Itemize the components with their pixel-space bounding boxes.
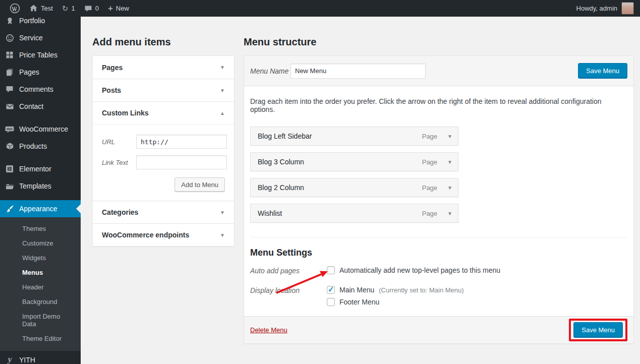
add-menu-items-title: Add menu items <box>92 36 235 48</box>
sidebar-item-label: Comments <box>19 85 53 93</box>
accordion-section-pages[interactable]: Pages ▼ <box>93 56 234 79</box>
sidebar-item-label: Price Tables <box>19 51 57 59</box>
submenu-item-themes[interactable]: Themes <box>0 221 81 236</box>
wordpress-admin-page: Test ↻ 1 0 + New Howdy, admin <box>0 0 640 364</box>
sidebar-item-pages[interactable]: Pages <box>0 64 81 81</box>
save-menu-button-bottom[interactable]: Save Menu <box>573 322 623 338</box>
pages-icon <box>5 68 15 76</box>
box-icon <box>5 142 15 151</box>
menu-item-blog-3-column[interactable]: Blog 3 Column Page ▼ <box>250 152 458 171</box>
menu-name-label: Menu Name <box>250 67 290 75</box>
chevron-down-icon: ▼ <box>220 88 225 93</box>
submenu-item-menus[interactable]: Menus <box>0 265 81 280</box>
add-menu-items-accordion: Pages ▼ Posts ▼ Custom Links ▲ <box>92 55 235 247</box>
footer-menu-checkbox[interactable] <box>327 298 335 306</box>
updates-menu-item[interactable]: ↻ 1 <box>57 0 80 17</box>
menu-structure-body: Drag each item into the order you prefer… <box>244 86 633 316</box>
sidebar-item-label: Contact <box>19 102 43 110</box>
active-item-notch <box>76 204 81 213</box>
home-icon <box>29 4 38 13</box>
menu-item-label: Blog 3 Column <box>258 158 304 166</box>
howdy-text: Howdy, admin <box>576 5 617 12</box>
chevron-down-icon[interactable]: ▼ <box>447 159 452 165</box>
add-to-menu-button[interactable]: Add to Menu <box>174 177 225 192</box>
folder-icon <box>5 182 15 191</box>
updates-icon: ↻ <box>62 5 69 12</box>
url-label: URL <box>102 138 136 146</box>
submenu-item-background[interactable]: Background <box>0 294 81 309</box>
woocommerce-icon: WOO <box>5 125 15 134</box>
sidebar-item-woocommerce[interactable]: WOO WooCommerce <box>0 120 81 138</box>
chevron-down-icon[interactable]: ▼ <box>447 134 452 139</box>
menu-name-bar: Menu Name Save Menu <box>244 56 633 86</box>
auto-add-pages-label: Auto add pages <box>250 266 327 278</box>
sidebar-item-comments[interactable]: Comments <box>0 81 81 98</box>
sidebar-item-label: WooCommerce <box>19 125 68 133</box>
sidebar-item-label: Templates <box>19 182 51 190</box>
accordion-section-custom-links[interactable]: Custom Links ▲ <box>93 101 234 124</box>
main-menu-note: (Currently set to: Main Menu) <box>379 286 463 294</box>
menu-item-blog-left-sidebar[interactable]: Blog Left Sidebar Page ▼ <box>250 127 458 146</box>
smiley-icon <box>5 34 15 42</box>
new-content-menu-item[interactable]: + New <box>103 0 134 17</box>
chevron-down-icon[interactable]: ▼ <box>447 185 452 191</box>
save-menu-highlight-annotation: Save Menu <box>569 319 627 341</box>
sidebar-item-price-tables[interactable]: Price Tables <box>0 46 81 64</box>
sidebar-item-products[interactable]: Products <box>0 138 81 155</box>
chevron-down-icon: ▼ <box>220 232 225 238</box>
plus-icon: + <box>108 4 113 13</box>
menu-item-type: Page <box>422 133 437 140</box>
sidebar-item-appearance[interactable]: Appearance <box>0 200 81 217</box>
site-menu-item[interactable]: Test <box>25 0 57 17</box>
menu-item-type: Page <box>422 158 437 166</box>
wordpress-logo-icon[interactable] <box>5 0 25 17</box>
award-icon <box>5 17 15 25</box>
menu-item-blog-2-column[interactable]: Blog 2 Column Page ▼ <box>250 178 458 197</box>
envelope-icon <box>5 102 15 111</box>
sidebar-item-yith[interactable]: y YITH <box>0 351 81 364</box>
accordion-section-woocommerce-endpoints[interactable]: WooCommerce endpoints ▼ <box>93 223 234 246</box>
url-input[interactable] <box>136 135 227 149</box>
svg-text:WOO: WOO <box>7 128 13 130</box>
menu-item-wishlist[interactable]: Wishlist Page ▼ <box>250 204 458 223</box>
drag-instruction-text: Drag each item into the order you prefer… <box>250 97 627 113</box>
section-label: Custom Links <box>102 109 149 117</box>
sidebar-item-label: Portfolio <box>19 17 45 25</box>
menu-item-type: Page <box>422 184 437 192</box>
submenu-item-customize[interactable]: Customize <box>0 236 81 251</box>
menu-structure-title: Menu structure <box>244 36 634 48</box>
submenu-item-import-demo-data[interactable]: Import Demo Data <box>0 309 81 331</box>
submenu-item-theme-editor[interactable]: Theme Editor <box>0 331 81 346</box>
admin-sidebar: Portfolio Service Price Tables <box>0 17 81 364</box>
link-text-input[interactable] <box>136 155 227 169</box>
main-menu-checkbox[interactable] <box>327 286 335 294</box>
menu-name-input[interactable] <box>290 64 426 79</box>
sidebar-item-label: Pages <box>19 68 39 76</box>
comment-icon <box>84 5 92 13</box>
submenu-item-header[interactable]: Header <box>0 280 81 294</box>
menu-item-label: Blog 2 Column <box>258 184 304 192</box>
add-menu-items-column: Add menu items Pages ▼ Posts ▼ Custom Li… <box>92 36 235 247</box>
auto-add-pages-checkbox[interactable] <box>327 266 335 274</box>
footer-menu-text: Footer Menu <box>339 298 379 306</box>
submenu-item-widgets[interactable]: Widgets <box>0 251 81 265</box>
elementor-icon <box>5 165 15 173</box>
section-label: Categories <box>102 208 138 216</box>
sidebar-item-service[interactable]: Service <box>0 29 81 46</box>
save-menu-button-top[interactable]: Save Menu <box>578 63 627 79</box>
sidebar-item-portfolio[interactable]: Portfolio <box>0 17 81 29</box>
delete-menu-link[interactable]: Delete Menu <box>250 326 287 334</box>
sidebar-item-templates[interactable]: Templates <box>0 177 81 195</box>
comments-menu-item[interactable]: 0 <box>80 0 103 17</box>
sidebar-item-contact[interactable]: Contact <box>0 98 81 115</box>
comment-count: 0 <box>95 5 99 12</box>
wordpress-logo-icon <box>10 3 20 14</box>
admin-bar: Test ↻ 1 0 + New Howdy, admin <box>0 0 640 17</box>
accordion-section-posts[interactable]: Posts ▼ <box>93 79 234 101</box>
accordion-section-categories[interactable]: Categories ▼ <box>93 201 234 223</box>
chevron-down-icon[interactable]: ▼ <box>447 211 452 216</box>
menu-actions-bar: Delete Menu Save Menu <box>244 316 633 343</box>
sidebar-item-elementor[interactable]: Elementor <box>0 160 81 177</box>
new-label: New <box>116 5 129 12</box>
account-menu-item[interactable]: Howdy, admin <box>576 0 640 17</box>
